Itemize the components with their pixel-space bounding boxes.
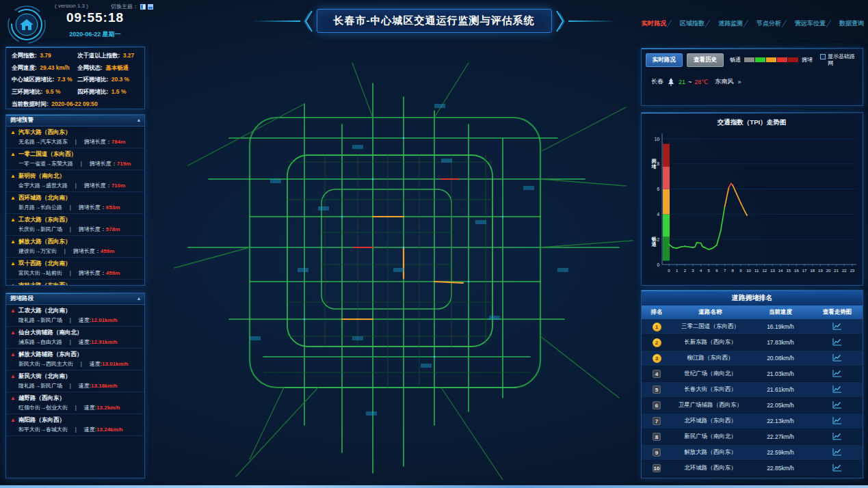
alert-triangle-icon: ▲ xyxy=(10,352,16,357)
warning-triangle-icon: ▲ xyxy=(10,239,16,245)
list-item[interactable]: ▲南阳路（东向西）和平大街→春城大街 ｜ 速度:13.24km/h xyxy=(6,414,144,436)
speed-cell: 21.03km/h xyxy=(749,370,812,377)
view-history-button[interactable]: 查看历史 xyxy=(687,53,724,67)
traffic-legend: 畅通 拥堵 xyxy=(728,56,815,64)
rank-badge: 2 xyxy=(653,338,661,347)
theme-swatch-icon[interactable] xyxy=(140,4,146,10)
column-header: 排名 xyxy=(642,308,672,316)
trend-chart-icon[interactable] xyxy=(812,416,863,426)
speed-cell: 17.83km/h xyxy=(749,339,812,346)
trend-chart-icon[interactable] xyxy=(812,322,863,331)
alert-triangle-icon: ▲ xyxy=(10,418,16,423)
trend-chart-icon[interactable] xyxy=(812,448,863,457)
svg-text:16: 16 xyxy=(794,269,799,273)
warning-list: ▲汽车大路（西向东）无名路→汽车大路东 ｜ 拥堵长度：784m▲一零二国道（东向… xyxy=(6,126,144,285)
stat-value: 3.79 xyxy=(38,52,51,59)
rank-badge: 5 xyxy=(653,385,661,394)
nav-item-6[interactable]: 数据查询 xyxy=(839,19,864,28)
stat-value: 1.5 % xyxy=(109,88,126,95)
rank-badge: 4 xyxy=(653,370,661,378)
trend-chart-icon[interactable] xyxy=(812,385,863,394)
date-label: 2020-06-22 星期一 xyxy=(57,30,133,39)
base-network-checkbox[interactable]: 显示基础路网 xyxy=(820,53,858,68)
svg-text:0: 0 xyxy=(657,262,659,267)
checkbox-icon[interactable] xyxy=(820,54,826,59)
nav-item-1[interactable]: 实时路况 xyxy=(642,19,666,28)
list-item[interactable]: ▲工农大路（北向南）隆礼路→新民广场 ｜ 速度:12.01km/h xyxy=(6,305,144,327)
chevron-right-icon xyxy=(555,10,565,33)
theme-swatch-icon[interactable] xyxy=(148,4,153,10)
list-item-road-row: ▲吉林大路（东向西） xyxy=(10,282,140,285)
trend-chart-icon[interactable] xyxy=(812,401,863,410)
panel-title: 拥堵路段 xyxy=(10,295,34,303)
list-item[interactable]: ▲越野路（西向东）红领巾街→创业大街 ｜ 速度:13.2km/h xyxy=(6,392,144,414)
list-item-detail-row: 金宇大路→盛世大路 ｜ 拥堵长度：710m xyxy=(18,182,140,189)
stat-item: 三环拥堵比: 9.5 % xyxy=(12,88,73,96)
svg-text:拥堵: 拥堵 xyxy=(651,159,657,170)
nav-item-3[interactable]: 道路监测 xyxy=(718,19,743,28)
svg-text:6: 6 xyxy=(657,187,659,191)
wind-label: 东南风 xyxy=(715,77,733,86)
speed-value: 12.91km/h xyxy=(91,339,118,345)
collapse-icon[interactable]: ▴ xyxy=(137,118,140,123)
weather-more-link[interactable]: » xyxy=(737,79,741,85)
list-item-road-row: ▲解放大路辅路（东向西） xyxy=(10,351,140,359)
home-logo[interactable] xyxy=(5,3,48,46)
warning-triangle-icon: ▲ xyxy=(10,152,16,157)
legend-smooth-label: 畅通 xyxy=(730,56,741,64)
list-item-detail-row: 红领巾街→创业大街 ｜ 速度:13.2km/h xyxy=(18,404,140,411)
list-item[interactable]: ▲解放大路辅路（东向西）新民大街→西民主大街 ｜ 速度:13.01km/h xyxy=(6,349,144,370)
segment-text: 金宇大路→盛世大路 ｜ 拥堵长度： xyxy=(18,182,111,189)
trend-chart-icon[interactable] xyxy=(812,338,863,347)
bottom-accent-bar xyxy=(0,485,868,488)
list-item[interactable]: ▲新民大街（北向南）隆礼路→新民广场 ｜ 速度:13.18km/h xyxy=(6,370,144,392)
stat-label: 四环拥堵比: xyxy=(77,88,108,95)
segment-text: 新民大街→西民主大街 ｜ 速度: xyxy=(18,361,102,367)
main-nav: 实时路况区域指数道路监测节点分析营运车位置数据查询 xyxy=(642,19,864,28)
rank-badge: 9 xyxy=(653,448,661,457)
city-name: 长春 xyxy=(651,77,663,86)
svg-text:21: 21 xyxy=(834,269,839,273)
table-header-row: 排名道路名称当前速度查看走势图 xyxy=(642,306,863,319)
list-item-detail-row: 富民大街→站前街 ｜ 拥堵长度：459m xyxy=(18,269,140,277)
segment-text: 新月路→长白公路 ｜ 拥堵长度： xyxy=(18,204,106,211)
chevron-left-icon xyxy=(304,10,313,33)
road-name: 工农大路（北向南） xyxy=(18,307,71,315)
list-item[interactable]: ▲仙台大街辅路（南向北）浦东路→自由大路 ｜ 速度:12.91km/h xyxy=(6,327,144,349)
speed-value: 13.18km/h xyxy=(91,383,118,389)
warning-triangle-icon: ▲ xyxy=(10,174,16,179)
city-map[interactable] xyxy=(147,42,637,480)
trend-chart-icon[interactable] xyxy=(812,463,863,473)
realtime-traffic-button[interactable]: 实时路况 xyxy=(646,53,683,67)
list-item[interactable]: ▲工农大路（东向西）长庆街→新民广场 ｜ 拥堵长度：578m xyxy=(6,214,144,236)
trend-chart-icon[interactable] xyxy=(812,353,863,363)
svg-text:13: 13 xyxy=(770,269,775,273)
list-item-road-row: ▲南阳路（东向西） xyxy=(10,416,140,424)
list-item[interactable]: ▲双十西路（北向南）富民大街→站前街 ｜ 拥堵长度：459m xyxy=(6,258,144,280)
alert-triangle-icon: ▲ xyxy=(10,374,16,379)
svg-text:12: 12 xyxy=(762,269,767,273)
list-item[interactable]: ▲解放大路（西向东）建设街→万宝街 ｜ 拥堵长度：459m xyxy=(6,236,144,258)
speed-cell: 22.13km/h xyxy=(749,418,812,424)
list-item[interactable]: ▲一零二国道（东向西）一零一省道→东荣大路 ｜ 拥堵长度：719m xyxy=(6,148,144,170)
table-row: 9解放大路（西向东）22.59km/h xyxy=(642,445,863,461)
list-item-detail-row: 新民大街→西民主大街 ｜ 速度:13.01km/h xyxy=(18,360,140,368)
column-header: 当前速度 xyxy=(749,308,812,316)
stat-label: 全网速度: xyxy=(12,64,37,71)
list-item[interactable]: ▲西环城路（北向南）新月路→长白公路 ｜ 拥堵长度：653m xyxy=(6,192,144,214)
nav-item-4[interactable]: 节点分析 xyxy=(757,19,781,28)
nav-item-2[interactable]: 区域指数 xyxy=(680,19,705,28)
collapse-icon[interactable]: ▴ xyxy=(137,296,140,301)
rank-cell: 9 xyxy=(642,448,672,457)
nav-item-5[interactable]: 营运车位置 xyxy=(795,19,826,28)
trend-chart-icon[interactable] xyxy=(812,369,863,379)
list-item[interactable]: ▲汽车大路（西向东）无名路→汽车大路东 ｜ 拥堵长度：784m xyxy=(6,126,144,148)
stat-label: 全网指数: xyxy=(12,52,37,59)
road-name: 解放大路辅路（东向西） xyxy=(18,351,83,359)
trend-chart-icon[interactable] xyxy=(812,432,863,442)
list-item[interactable]: ▲吉林大路（东向西）临河街→东盛大街 ｜ 拥堵长度：455m xyxy=(6,280,144,285)
jam-length-value: 710m xyxy=(111,182,125,189)
list-item[interactable]: ▲新明街（南向北）金宇大路→盛世大路 ｜ 拥堵长度：710m xyxy=(6,170,144,192)
svg-text:8: 8 xyxy=(657,161,659,166)
speed-cell: 16.19km/h xyxy=(749,323,812,330)
